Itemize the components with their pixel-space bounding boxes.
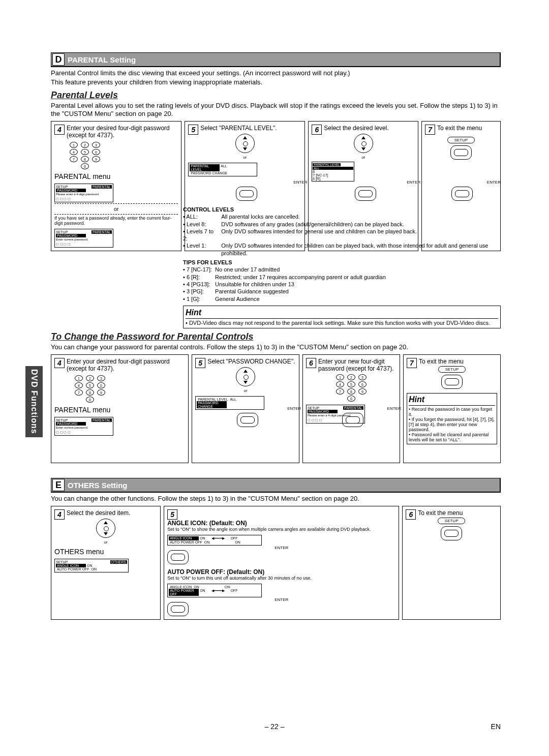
hint-title: Hint [409, 395, 495, 406]
hint-box-1: Hint • DVD-Video discs may not respond t… [183, 306, 501, 328]
numeric-keypad-icon: 123 456 789 0 [331, 374, 372, 402]
pw-step-4-text: Enter your desired four-digit password (… [67, 358, 170, 372]
step-6-num: 6 [312, 125, 322, 135]
or-label: or [195, 388, 296, 393]
angle-icon-title: ANGLE ICON: [167, 520, 207, 527]
apo-setting-screen: ANGLE ICONONON AUTO POWER OFFON◀━━━━▶OFF [167, 584, 262, 597]
others-step-4-box: 4 Select the desired item. or OTHERS men… [51, 506, 161, 620]
step-7-text: To exit the menu [437, 125, 482, 132]
enter-label: ENTER [167, 597, 395, 602]
hint-title: Hint [186, 308, 498, 319]
step-4-num: 4 [54, 125, 65, 135]
hint-body: • DVD-Video discs may not respond to the… [186, 320, 498, 326]
section-d-letter: D [52, 53, 65, 66]
pw-step-7-box: 7 To exit the menu SETUP Hint • Record t… [403, 354, 501, 463]
pw-step-5-box: 5 Select "PASSWORD CHANGE". or PARENTAL … [192, 354, 299, 463]
section-d-intro2: This feature prevents your children from… [51, 78, 501, 86]
others-step-4-text: Select the desired item. [67, 509, 130, 517]
auto-power-off-default: (Default: ON) [227, 568, 264, 576]
parental-menu-screen-3: SETUPPARENTAL PASSWORD Enter current pas… [54, 417, 113, 436]
change-password-intro: You can change your password for parenta… [51, 343, 501, 351]
nav-arrows-icon [96, 519, 115, 538]
parental-menu-label: PARENTAL menu [54, 172, 178, 180]
numeric-keypad-icon: 123 456 789 0 [65, 142, 105, 169]
hint-box-2: Hint • Record the password in case you f… [407, 393, 497, 444]
enter-button-icon [451, 187, 473, 201]
angle-setting-screen: ANGLE ICONON◀━━━━▶OFF AUTO POWER OFFONON [167, 535, 262, 546]
pw-step-7-text: To exit the menu [419, 358, 464, 365]
section-e-intro: You can change the other functions. Foll… [51, 495, 501, 503]
parental-menu-screen-2: SETUPPARENTAL PASSWORD Enter current pas… [54, 229, 113, 248]
others-step-6-text: To exit the menu [418, 509, 463, 517]
level-list-screen: PARENTAL LEVEL ALL 8 7 [NC-17] 6 [R] [312, 162, 354, 182]
parental-level-screen: PARENTAL LEVELALL PASSWORD CHANGE [188, 163, 257, 176]
enter-button-icon [355, 187, 376, 201]
enter-button-icon [450, 145, 472, 160]
nav-arrows-icon [236, 367, 255, 386]
angle-icon-default: (Default: ON) [209, 520, 247, 527]
step-5-box: 5 Select "PARENTAL LEVEL". or PARENTAL L… [185, 121, 305, 251]
step-6-text: Select the desired level. [324, 125, 388, 132]
pw-step-4-box: 4 Enter your desired four-digit password… [51, 354, 189, 463]
parental-menu-label: PARENTAL menu [54, 406, 185, 414]
auto-power-off-body: Set to "ON" to turn this unit off automa… [167, 576, 395, 581]
section-d-intro1: Parental Control limits the disc viewing… [51, 69, 501, 77]
enter-button-icon [342, 413, 363, 427]
step-4-text: Enter your desired four-digit password (… [67, 125, 170, 139]
enter-button-icon [441, 526, 462, 540]
auto-power-off-title: AUTO POWER OFF: [167, 568, 225, 576]
pw-step-7-num: 7 [407, 358, 417, 368]
section-e-header: E OTHERS Setting [51, 478, 501, 493]
step-7-box: 7 To exit the menu SETUP [421, 121, 501, 251]
nav-arrows-icon [235, 134, 255, 153]
step-4-box: 4 Enter your desired four-digit password… [51, 121, 181, 251]
parental-levels-intro: Parental Level allows you to set the rat… [51, 102, 501, 118]
section-d-title: PARENTAL Setting [68, 55, 136, 64]
pw-step-6-num: 6 [306, 358, 316, 368]
enter-button-icon [237, 413, 258, 427]
password-change-screen: PARENTAL LEVELALL PASSWORD CHANGE [195, 396, 264, 410]
nav-arrows-icon [354, 134, 373, 153]
pw-step-6-box: 6 Enter your new four-digit password (ex… [302, 354, 400, 463]
step-5-num: 5 [188, 125, 198, 135]
existing-password-note: If you have set a password already, ente… [54, 216, 178, 226]
enter-button-icon [441, 375, 463, 389]
language-mark: EN [491, 722, 501, 731]
or-divider: or [54, 206, 178, 212]
pw-step-6-text: Enter your new four-digit password (exce… [318, 358, 394, 372]
others-menu-label: OTHERS menu [54, 548, 157, 556]
others-step-6-box: 6 To exit the menu SETUP [402, 506, 501, 620]
section-d-header: D PARENTAL Setting [51, 52, 501, 67]
others-menu-screen: SETUPOTHERS ANGLE ICONON AUTO POWER OFFO… [54, 559, 129, 572]
change-password-heading: To Change the Password for Parental Cont… [51, 331, 501, 342]
setup-button-icon: SETUP [438, 518, 465, 524]
step-6-box: 6 Select the desired level. or PARENTAL … [308, 121, 418, 251]
setup-button-icon: SETUP [438, 366, 466, 373]
enter-button-icon [167, 602, 189, 616]
enter-label: ENTER [167, 546, 395, 550]
enter-button-icon [167, 550, 189, 564]
parental-levels-heading: Parental Levels [51, 90, 501, 101]
others-step-5-num: 5 [167, 509, 177, 520]
others-step-5-box: 5 ANGLE ICON: (Default: ON) Set to "ON" … [164, 506, 399, 620]
others-step-6-num: 6 [406, 509, 416, 520]
pw-step-5-text: Select "PASSWORD CHANGE". [207, 358, 295, 365]
pw-step-4-num: 4 [54, 358, 65, 368]
numeric-keypad-icon: 123 456 789 0 [70, 375, 110, 403]
parental-menu-screen-1: SETUPPARENTAL PASSWORD Please enter a 4-… [54, 184, 113, 202]
pw-step-5-num: 5 [195, 358, 205, 368]
section-e-title: OTHERS Setting [68, 481, 128, 490]
others-step-4-num: 4 [54, 509, 65, 520]
setup-button-icon: SETUP [447, 137, 475, 143]
step-7-num: 7 [425, 125, 435, 135]
or-label: or [312, 155, 415, 160]
or-label: or [188, 155, 301, 160]
section-e-letter: E [52, 479, 65, 491]
step-5-text: Select "PARENTAL LEVEL". [200, 125, 277, 132]
side-tab-dvd-functions: DVD Functions [25, 366, 43, 437]
or-label: or [54, 540, 157, 545]
tips-for-levels-title: TIPS FOR LEVELS [183, 259, 501, 266]
page-number: – 22 – [0, 722, 549, 731]
enter-button-icon [236, 187, 257, 201]
angle-icon-body: Set to "ON" to show the angle icon when … [167, 527, 395, 532]
